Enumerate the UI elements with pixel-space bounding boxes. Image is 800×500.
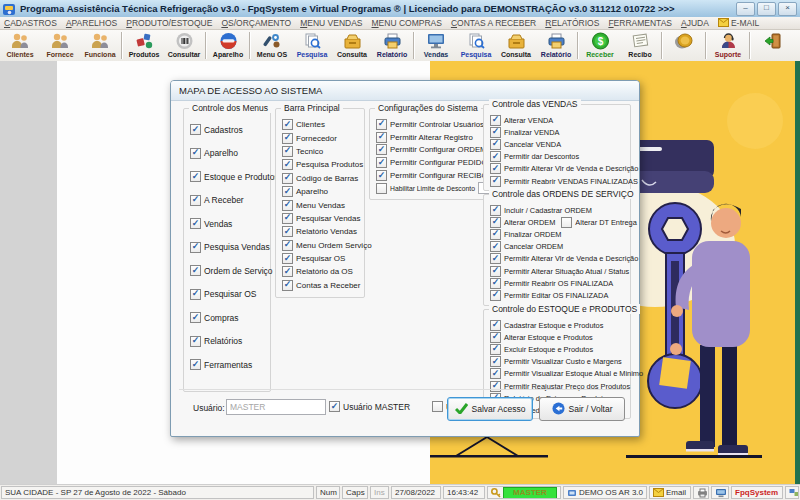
checkbox-relat-rio-da-os[interactable]: [282, 266, 293, 277]
checkbox-permitir-alterar-vlr-de-venda-e-descri-o[interactable]: [490, 163, 501, 174]
checkbox-tecnico[interactable]: [282, 146, 293, 157]
checkbox-cancelar-venda[interactable]: [490, 139, 501, 150]
checkbox-label: Cancelar VENDA: [504, 140, 561, 149]
checkbox-compras[interactable]: [190, 312, 201, 323]
checkbox-permitir-configurar-recibo[interactable]: [376, 170, 387, 181]
save-access-button[interactable]: Salvar Acesso: [447, 397, 533, 421]
checkbox-permitir-editar-os-finalizada[interactable]: [490, 290, 501, 301]
checkbox-usu-rio-padr-o[interactable]: [432, 401, 443, 412]
people-icon: [10, 31, 30, 50]
checkbox-permitir-controlar-usu-rios[interactable]: [376, 119, 387, 130]
toolbar-button-aparelho[interactable]: Aparelho: [208, 30, 248, 61]
checkbox-contas-a-receber[interactable]: [282, 280, 293, 291]
toolbar-button-vendas[interactable]: Vendas: [416, 30, 456, 61]
people-icon: [50, 31, 70, 50]
toolbar-button-funciona[interactable]: Funciona: [80, 30, 120, 61]
toolbar-button-consulta[interactable]: Consulta: [496, 30, 536, 61]
checkbox-pesquisar-vendas[interactable]: [282, 213, 293, 224]
close-button[interactable]: ×: [778, 2, 797, 16]
toolbar-button-suporte[interactable]: Suporte: [708, 30, 748, 61]
checkbox-pesquisar-os[interactable]: [190, 289, 201, 300]
menu-item-ferramentas[interactable]: FERRAMENTAS: [608, 18, 672, 28]
menu-item-relat-rios[interactable]: RELATÓRIOS: [545, 18, 599, 28]
checkbox-alterar-venda[interactable]: [490, 115, 501, 126]
group-controle-das-vendas: Controle das VENDAS Alterar VENDAFinaliz…: [483, 104, 631, 191]
checkbox-permitir-reabrir-vendas-finalizadas[interactable]: [490, 176, 501, 187]
checkbox-habilitar-limite-de-desconto[interactable]: [376, 183, 387, 194]
menu-item-os-or-amento[interactable]: OS/ORÇAMENTO: [221, 18, 291, 28]
minimize-button[interactable]: –: [736, 2, 755, 16]
option-row: Pesquisar OS: [282, 252, 362, 265]
toolbar-button-menu-os[interactable]: Menu OS: [252, 30, 292, 61]
exit-back-button[interactable]: Sair / Voltar: [539, 397, 625, 421]
toolbar-button-coin-icon[interactable]: [664, 30, 704, 61]
checkbox-a-receber[interactable]: [190, 195, 201, 206]
toolbar-button-recibo[interactable]: Recibo: [620, 30, 660, 61]
checkbox-permitir-configurar-ordem[interactable]: [376, 144, 387, 155]
toolbar-button-pesquisa[interactable]: Pesquisa: [292, 30, 332, 61]
menu-item-e-mail[interactable]: E-MAIL: [718, 18, 759, 29]
checkbox-permitir-configurar-pedido[interactable]: [376, 157, 387, 168]
checkbox-estoque-e-produtos[interactable]: [190, 171, 201, 182]
toolbar-button-relat-rio[interactable]: Relatório: [372, 30, 412, 61]
checkbox-alterar-estoque-e-produtos[interactable]: [490, 332, 501, 343]
toolbar-button-receber[interactable]: $ Receber: [580, 30, 620, 61]
checkbox-relat-rios[interactable]: [190, 336, 201, 347]
toolbar-button-pesquisa[interactable]: Pesquisa: [456, 30, 496, 61]
checkbox-permitir-alterar-vlr-de-venda-e-descri-o[interactable]: [490, 253, 501, 264]
checkbox-permitir-visualizar-estoque-atual-e-minimo[interactable]: [490, 368, 501, 379]
menu-item-menu-compras[interactable]: MENU COMPRAS: [372, 18, 442, 28]
checkbox-ordem-de-servi-o[interactable]: [190, 265, 201, 276]
checkbox-permitir-dar-descontos[interactable]: [490, 151, 501, 162]
checkbox-aparelho[interactable]: [282, 186, 293, 197]
checkbox-aparelho[interactable]: [190, 148, 201, 159]
checkbox-cadastrar-estoque-e-produtos[interactable]: [490, 320, 501, 331]
title-bar[interactable]: Programa Assistência Técnica Refrigeraçã…: [0, 0, 800, 18]
checkbox-clientes[interactable]: [282, 119, 293, 130]
checkbox-incluir-cadastrar-ordem[interactable]: [490, 205, 501, 216]
checkbox-finalizar-venda[interactable]: [490, 127, 501, 138]
checkbox-finalizar-ordem[interactable]: [490, 229, 501, 240]
toolbar-button-relat-rio[interactable]: Relatório: [536, 30, 576, 61]
toolbar-button-fornece[interactable]: Fornece: [40, 30, 80, 61]
checkbox-permitir-reabrir-os-finalizada[interactable]: [490, 278, 501, 289]
checkbox-cancelar-ordem[interactable]: [490, 241, 501, 252]
checkbox-cadastros[interactable]: [190, 124, 201, 135]
checkbox-pesquisar-os[interactable]: [282, 253, 293, 264]
checkbox-permitir-alterar-registro[interactable]: [376, 132, 387, 143]
checkbox-c-digo-de-barras[interactable]: [282, 173, 293, 184]
menu-item-menu-vendas[interactable]: MENU VENDAS: [300, 18, 362, 28]
maximize-button[interactable]: □: [757, 2, 776, 16]
option-row: Permitir Reajustar Preço dos Produtos: [490, 380, 628, 392]
toolbar-button-exit-door-icon[interactable]: [752, 30, 792, 61]
checkbox-fornecedor[interactable]: [282, 133, 293, 144]
checkbox-vendas[interactable]: [190, 218, 201, 229]
checkbox-alterar-ordem[interactable]: [490, 217, 501, 228]
checkbox-permitir-alterar-situa-o-atual-status[interactable]: [490, 266, 501, 277]
checkbox-menu-vendas[interactable]: [282, 200, 293, 211]
checkbox-excluir-estoque-e-produtos[interactable]: [490, 344, 501, 355]
checkbox-ferramentas[interactable]: [190, 359, 201, 370]
dialog-title[interactable]: MAPA DE ACESSO AO SISTEMA: [171, 81, 639, 101]
checkbox-alterar-dt-entrega[interactable]: [561, 217, 572, 228]
menu-item-contas-a-receber[interactable]: CONTAS A RECEBER: [451, 18, 536, 28]
toolbar-separator: [661, 32, 663, 59]
usuario-input[interactable]: [226, 399, 326, 415]
checkbox-pesquisa-produtos[interactable]: [282, 159, 293, 170]
group-barra-principal: Barra Principal ClientesFornecedorTecnic…: [275, 108, 365, 298]
checkbox-label: Alterar VENDA: [504, 116, 553, 125]
menu-item-cadastros[interactable]: CADASTROS: [4, 18, 57, 28]
toolbar-button-consulta[interactable]: Consulta: [332, 30, 372, 61]
menu-item-produto-estoque[interactable]: PRODUTO/ESTOQUE: [126, 18, 212, 28]
toolbar-button-produtos[interactable]: Produtos: [124, 30, 164, 61]
checkbox-permitir-visualizar-custo-e-margens[interactable]: [490, 356, 501, 367]
checkbox-relat-rio-vendas[interactable]: [282, 226, 293, 237]
checkbox-menu-ordem-servi-o[interactable]: [282, 240, 293, 251]
monitor-icon: [426, 31, 446, 50]
checkbox-pesquisa-vendas[interactable]: [190, 242, 201, 253]
toolbar-button-clientes[interactable]: Clientes: [0, 30, 40, 61]
toolbar-button-consultar[interactable]: Consultar: [164, 30, 204, 61]
menu-item-aparelhos[interactable]: APARELHOS: [66, 18, 117, 28]
checkbox-usu-rio-master[interactable]: [329, 401, 340, 412]
menu-item-ajuda[interactable]: AJUDA: [681, 18, 709, 28]
